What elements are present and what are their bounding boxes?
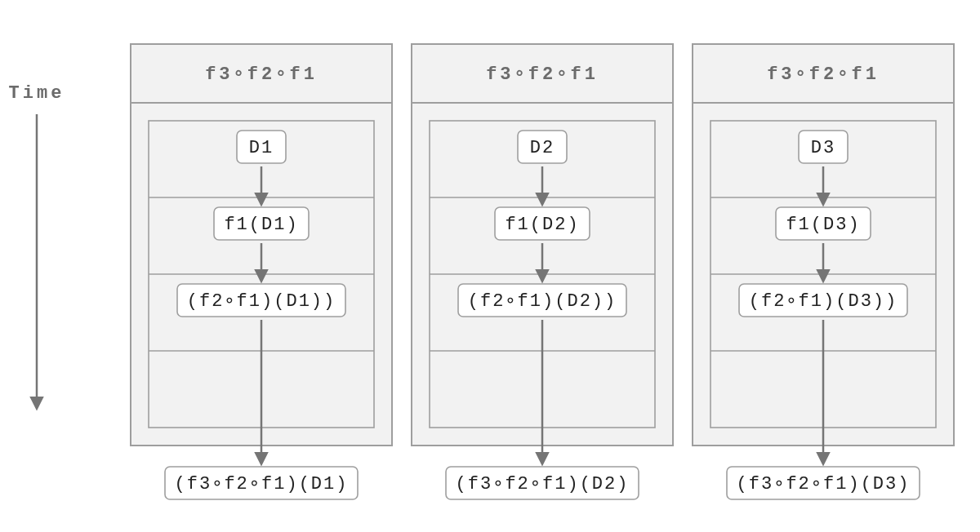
- stage2-node: (f2∘f1)(D3)): [739, 284, 907, 317]
- input-node-label: D3: [811, 138, 835, 158]
- stage2-node-label: (f2∘f1)(D3)): [749, 291, 898, 312]
- time-label: Time: [9, 83, 65, 104]
- output-node-label: (f3∘f2∘f1)(D1): [175, 474, 349, 494]
- output-node-label: (f3∘f2∘f1)(D2): [456, 474, 630, 494]
- stage1-node: f1(D2): [495, 207, 590, 240]
- input-node-label: D2: [530, 138, 555, 158]
- column-header: f3∘f2∘f1: [767, 64, 880, 85]
- time-axis: Time: [9, 83, 65, 408]
- pipeline-column-1: f3∘f2∘f1D1f1(D1)(f2∘f1)(D1))(f3∘f2∘f1)(D…: [131, 44, 392, 499]
- input-node: D3: [799, 131, 848, 163]
- stage1-node: f1(D1): [214, 207, 309, 240]
- pipeline-column-2: f3∘f2∘f1D2f1(D2)(f2∘f1)(D2))(f3∘f2∘f1)(D…: [412, 44, 673, 499]
- stage1-node-label: f1(D2): [505, 215, 579, 235]
- output-node: (f3∘f2∘f1)(D1): [165, 467, 358, 499]
- input-node-label: D1: [249, 138, 274, 158]
- input-node: D1: [237, 131, 286, 163]
- output-node-label: (f3∘f2∘f1)(D3): [737, 474, 911, 494]
- diagram-canvas: Timef3∘f2∘f1D1f1(D1)(f2∘f1)(D1))(f3∘f2∘f…: [0, 0, 980, 532]
- pipeline-column-3: f3∘f2∘f1D3f1(D3)(f2∘f1)(D3))(f3∘f2∘f1)(D…: [693, 44, 954, 499]
- stage1-node-label: f1(D1): [224, 215, 298, 235]
- column-header: f3∘f2∘f1: [486, 64, 599, 85]
- stage2-node-label: (f2∘f1)(D2)): [468, 291, 617, 312]
- stage2-node-label: (f2∘f1)(D1)): [187, 291, 336, 312]
- stage1-node-label: f1(D3): [786, 215, 860, 235]
- stage1-node: f1(D3): [776, 207, 871, 240]
- output-node: (f3∘f2∘f1)(D2): [446, 467, 639, 499]
- input-node: D2: [518, 131, 567, 163]
- column-header: f3∘f2∘f1: [205, 64, 318, 85]
- output-node: (f3∘f2∘f1)(D3): [727, 467, 920, 499]
- stage2-node: (f2∘f1)(D2)): [458, 284, 626, 317]
- stage2-node: (f2∘f1)(D1)): [177, 284, 345, 317]
